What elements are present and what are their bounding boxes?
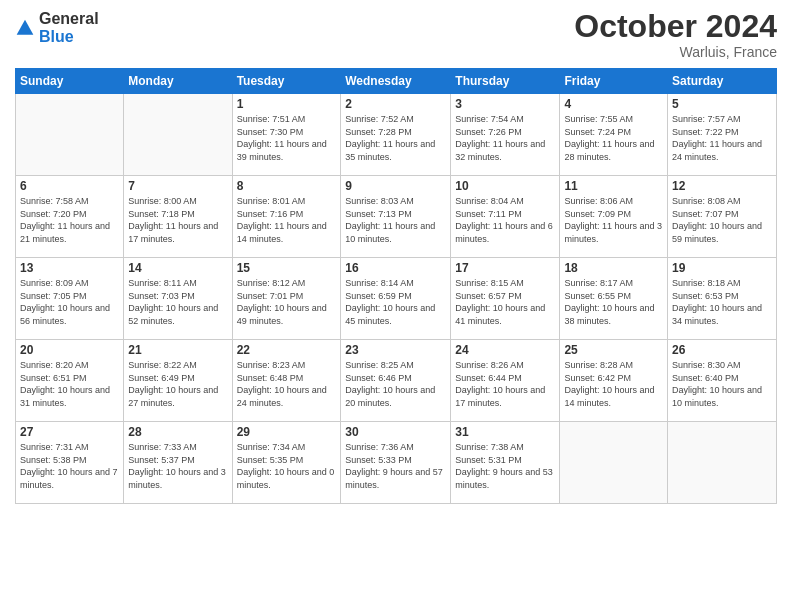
day-number: 23	[345, 343, 446, 357]
calendar-cell: 20Sunrise: 8:20 AMSunset: 6:51 PMDayligh…	[16, 340, 124, 422]
day-info: Sunrise: 8:26 AMSunset: 6:44 PMDaylight:…	[455, 359, 555, 409]
day-info: Sunrise: 7:51 AMSunset: 7:30 PMDaylight:…	[237, 113, 337, 163]
day-number: 22	[237, 343, 337, 357]
calendar-cell: 27Sunrise: 7:31 AMSunset: 5:38 PMDayligh…	[16, 422, 124, 504]
day-number: 13	[20, 261, 119, 275]
day-info: Sunrise: 8:18 AMSunset: 6:53 PMDaylight:…	[672, 277, 772, 327]
day-info: Sunrise: 7:58 AMSunset: 7:20 PMDaylight:…	[20, 195, 119, 245]
day-info: Sunrise: 7:54 AMSunset: 7:26 PMDaylight:…	[455, 113, 555, 163]
day-info: Sunrise: 8:17 AMSunset: 6:55 PMDaylight:…	[564, 277, 663, 327]
day-info: Sunrise: 8:23 AMSunset: 6:48 PMDaylight:…	[237, 359, 337, 409]
day-number: 16	[345, 261, 446, 275]
header-friday: Friday	[560, 69, 668, 94]
day-number: 7	[128, 179, 227, 193]
logo-icon	[15, 18, 35, 38]
day-number: 6	[20, 179, 119, 193]
day-info: Sunrise: 8:15 AMSunset: 6:57 PMDaylight:…	[455, 277, 555, 327]
svg-marker-0	[17, 20, 34, 35]
title-area: October 2024 Warluis, France	[574, 10, 777, 60]
calendar-cell: 1Sunrise: 7:51 AMSunset: 7:30 PMDaylight…	[232, 94, 341, 176]
calendar-cell: 21Sunrise: 8:22 AMSunset: 6:49 PMDayligh…	[124, 340, 232, 422]
day-number: 8	[237, 179, 337, 193]
calendar-cell: 18Sunrise: 8:17 AMSunset: 6:55 PMDayligh…	[560, 258, 668, 340]
logo: General Blue	[15, 10, 99, 46]
day-info: Sunrise: 8:11 AMSunset: 7:03 PMDaylight:…	[128, 277, 227, 327]
calendar-cell: 11Sunrise: 8:06 AMSunset: 7:09 PMDayligh…	[560, 176, 668, 258]
calendar-cell: 25Sunrise: 8:28 AMSunset: 6:42 PMDayligh…	[560, 340, 668, 422]
day-number: 17	[455, 261, 555, 275]
day-info: Sunrise: 7:52 AMSunset: 7:28 PMDaylight:…	[345, 113, 446, 163]
day-info: Sunrise: 8:09 AMSunset: 7:05 PMDaylight:…	[20, 277, 119, 327]
day-info: Sunrise: 8:22 AMSunset: 6:49 PMDaylight:…	[128, 359, 227, 409]
day-number: 11	[564, 179, 663, 193]
day-info: Sunrise: 8:25 AMSunset: 6:46 PMDaylight:…	[345, 359, 446, 409]
calendar-cell: 10Sunrise: 8:04 AMSunset: 7:11 PMDayligh…	[451, 176, 560, 258]
calendar-cell: 7Sunrise: 8:00 AMSunset: 7:18 PMDaylight…	[124, 176, 232, 258]
calendar-cell: 4Sunrise: 7:55 AMSunset: 7:24 PMDaylight…	[560, 94, 668, 176]
calendar-cell: 6Sunrise: 7:58 AMSunset: 7:20 PMDaylight…	[16, 176, 124, 258]
day-number: 18	[564, 261, 663, 275]
day-number: 29	[237, 425, 337, 439]
day-info: Sunrise: 7:34 AMSunset: 5:35 PMDaylight:…	[237, 441, 337, 491]
logo-blue: Blue	[39, 28, 74, 45]
day-info: Sunrise: 7:55 AMSunset: 7:24 PMDaylight:…	[564, 113, 663, 163]
day-info: Sunrise: 8:04 AMSunset: 7:11 PMDaylight:…	[455, 195, 555, 245]
header-sunday: Sunday	[16, 69, 124, 94]
day-number: 9	[345, 179, 446, 193]
day-number: 31	[455, 425, 555, 439]
calendar-cell: 30Sunrise: 7:36 AMSunset: 5:33 PMDayligh…	[341, 422, 451, 504]
day-info: Sunrise: 8:30 AMSunset: 6:40 PMDaylight:…	[672, 359, 772, 409]
calendar-cell: 13Sunrise: 8:09 AMSunset: 7:05 PMDayligh…	[16, 258, 124, 340]
day-number: 30	[345, 425, 446, 439]
day-info: Sunrise: 8:01 AMSunset: 7:16 PMDaylight:…	[237, 195, 337, 245]
day-number: 3	[455, 97, 555, 111]
calendar-cell: 12Sunrise: 8:08 AMSunset: 7:07 PMDayligh…	[668, 176, 777, 258]
calendar-cell	[560, 422, 668, 504]
calendar-cell: 3Sunrise: 7:54 AMSunset: 7:26 PMDaylight…	[451, 94, 560, 176]
header-wednesday: Wednesday	[341, 69, 451, 94]
day-info: Sunrise: 8:06 AMSunset: 7:09 PMDaylight:…	[564, 195, 663, 245]
day-number: 24	[455, 343, 555, 357]
day-info: Sunrise: 7:31 AMSunset: 5:38 PMDaylight:…	[20, 441, 119, 491]
calendar-cell	[668, 422, 777, 504]
calendar-cell	[124, 94, 232, 176]
day-info: Sunrise: 7:57 AMSunset: 7:22 PMDaylight:…	[672, 113, 772, 163]
header-monday: Monday	[124, 69, 232, 94]
location: Warluis, France	[574, 44, 777, 60]
day-number: 10	[455, 179, 555, 193]
calendar-cell: 19Sunrise: 8:18 AMSunset: 6:53 PMDayligh…	[668, 258, 777, 340]
header-thursday: Thursday	[451, 69, 560, 94]
header: General Blue October 2024 Warluis, Franc…	[15, 10, 777, 60]
calendar-cell: 15Sunrise: 8:12 AMSunset: 7:01 PMDayligh…	[232, 258, 341, 340]
calendar-cell: 29Sunrise: 7:34 AMSunset: 5:35 PMDayligh…	[232, 422, 341, 504]
day-info: Sunrise: 8:03 AMSunset: 7:13 PMDaylight:…	[345, 195, 446, 245]
calendar-cell: 16Sunrise: 8:14 AMSunset: 6:59 PMDayligh…	[341, 258, 451, 340]
calendar-cell: 28Sunrise: 7:33 AMSunset: 5:37 PMDayligh…	[124, 422, 232, 504]
header-saturday: Saturday	[668, 69, 777, 94]
calendar-cell: 22Sunrise: 8:23 AMSunset: 6:48 PMDayligh…	[232, 340, 341, 422]
day-info: Sunrise: 8:20 AMSunset: 6:51 PMDaylight:…	[20, 359, 119, 409]
day-info: Sunrise: 8:08 AMSunset: 7:07 PMDaylight:…	[672, 195, 772, 245]
logo-general: General	[39, 10, 99, 27]
header-tuesday: Tuesday	[232, 69, 341, 94]
day-info: Sunrise: 7:33 AMSunset: 5:37 PMDaylight:…	[128, 441, 227, 491]
day-number: 19	[672, 261, 772, 275]
day-number: 20	[20, 343, 119, 357]
day-number: 1	[237, 97, 337, 111]
calendar-cell: 9Sunrise: 8:03 AMSunset: 7:13 PMDaylight…	[341, 176, 451, 258]
day-number: 28	[128, 425, 227, 439]
day-info: Sunrise: 8:12 AMSunset: 7:01 PMDaylight:…	[237, 277, 337, 327]
calendar-cell: 23Sunrise: 8:25 AMSunset: 6:46 PMDayligh…	[341, 340, 451, 422]
day-info: Sunrise: 7:36 AMSunset: 5:33 PMDaylight:…	[345, 441, 446, 491]
calendar-cell: 17Sunrise: 8:15 AMSunset: 6:57 PMDayligh…	[451, 258, 560, 340]
day-number: 4	[564, 97, 663, 111]
calendar-cell: 2Sunrise: 7:52 AMSunset: 7:28 PMDaylight…	[341, 94, 451, 176]
day-number: 15	[237, 261, 337, 275]
page: General Blue October 2024 Warluis, Franc…	[0, 0, 792, 612]
day-number: 5	[672, 97, 772, 111]
month-title: October 2024	[574, 10, 777, 42]
calendar-cell: 24Sunrise: 8:26 AMSunset: 6:44 PMDayligh…	[451, 340, 560, 422]
day-number: 14	[128, 261, 227, 275]
calendar-cell: 5Sunrise: 7:57 AMSunset: 7:22 PMDaylight…	[668, 94, 777, 176]
calendar-cell: 8Sunrise: 8:01 AMSunset: 7:16 PMDaylight…	[232, 176, 341, 258]
